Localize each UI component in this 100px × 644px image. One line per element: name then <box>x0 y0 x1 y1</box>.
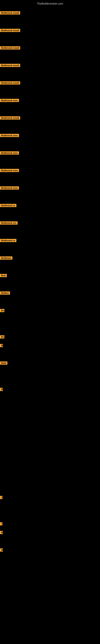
badge-row-22: | <box>0 496 2 500</box>
badge-row-19: B <box>0 344 3 348</box>
bottleneck-result-badge-4[interactable]: Bottleneck result <box>0 81 20 84</box>
badge-row-12: Bottleneck res <box>0 222 18 226</box>
badge-row-16: Bottlen <box>0 292 10 296</box>
bottleneck-result-badge-6[interactable]: Bottleneck result <box>0 116 20 120</box>
bottleneck-result-badge-14[interactable]: Bottlenec <box>0 256 12 260</box>
bottleneck-result-badge-15[interactable]: Bott <box>0 274 7 277</box>
bottleneck-result-badge-10[interactable]: Bottleneck resu <box>0 186 19 190</box>
badge-row-24: B <box>0 531 3 535</box>
bottleneck-result-badge-17[interactable]: Bo <box>0 309 4 312</box>
badge-row-15: Bott <box>0 274 7 278</box>
bottleneck-result-badge-0[interactable]: Bottleneck result <box>0 11 20 14</box>
site-title: TheBottlenecker.com <box>0 1 100 6</box>
bottleneck-result-badge-7[interactable]: Bottleneck resu <box>0 134 19 137</box>
badge-row-10: Bottleneck resu <box>0 186 19 190</box>
bottleneck-result-badge-13[interactable]: Bottleneck re <box>0 239 16 242</box>
bottleneck-result-badge-21[interactable]: B <box>0 388 3 391</box>
badge-row-11: Bottleneck re <box>0 204 16 208</box>
badge-row-5: Bottleneck resu <box>0 99 19 103</box>
badge-row-4: Bottleneck result <box>0 81 20 85</box>
badge-row-0: Bottleneck result <box>0 11 20 15</box>
bottleneck-result-badge-3[interactable]: Bottleneck result <box>0 64 20 67</box>
bottleneck-result-badge-20[interactable]: Bottl <box>0 362 7 365</box>
bottleneck-result-badge-2[interactable]: Bottleneck result <box>0 46 20 50</box>
badge-row-20: Bottl <box>0 362 7 366</box>
bottleneck-result-badge-24[interactable]: B <box>0 531 3 534</box>
badge-row-6: Bottleneck result <box>0 116 20 120</box>
bottleneck-result-badge-9[interactable]: Bottleneck resu <box>0 169 19 172</box>
badge-row-2: Bottleneck result <box>0 46 20 50</box>
badge-row-21: B <box>0 388 3 392</box>
badge-row-9: Bottleneck resu <box>0 169 19 173</box>
badge-row-8: Bottleneck resu <box>0 151 19 155</box>
bottleneck-result-badge-11[interactable]: Bottleneck re <box>0 204 16 207</box>
bottleneck-result-badge-25[interactable]: B <box>0 548 3 552</box>
badge-row-23: | <box>0 522 2 526</box>
bottleneck-result-badge-18[interactable]: Bo <box>0 335 4 338</box>
badge-row-7: Bottleneck resu <box>0 134 19 138</box>
bottleneck-result-badge-19[interactable]: B <box>0 344 3 347</box>
bottleneck-result-badge-16[interactable]: Bottlen <box>0 292 10 295</box>
bottleneck-result-badge-23[interactable]: | <box>0 522 2 526</box>
badge-row-18: Bo <box>0 335 4 339</box>
badge-row-25: B <box>0 548 3 552</box>
bottleneck-result-badge-22[interactable]: | <box>0 496 2 499</box>
bottleneck-result-badge-5[interactable]: Bottleneck resu <box>0 99 19 102</box>
badge-row-14: Bottlenec <box>0 256 12 260</box>
badge-row-3: Bottleneck result <box>0 64 20 68</box>
badge-row-17: Bo <box>0 309 4 313</box>
bottleneck-result-badge-8[interactable]: Bottleneck resu <box>0 151 19 154</box>
badge-row-1: Bottleneck result <box>0 29 20 33</box>
bottleneck-result-badge-12[interactable]: Bottleneck res <box>0 222 18 224</box>
badge-row-13: Bottleneck re <box>0 239 16 243</box>
bottleneck-result-badge-1[interactable]: Bottleneck result <box>0 29 20 32</box>
